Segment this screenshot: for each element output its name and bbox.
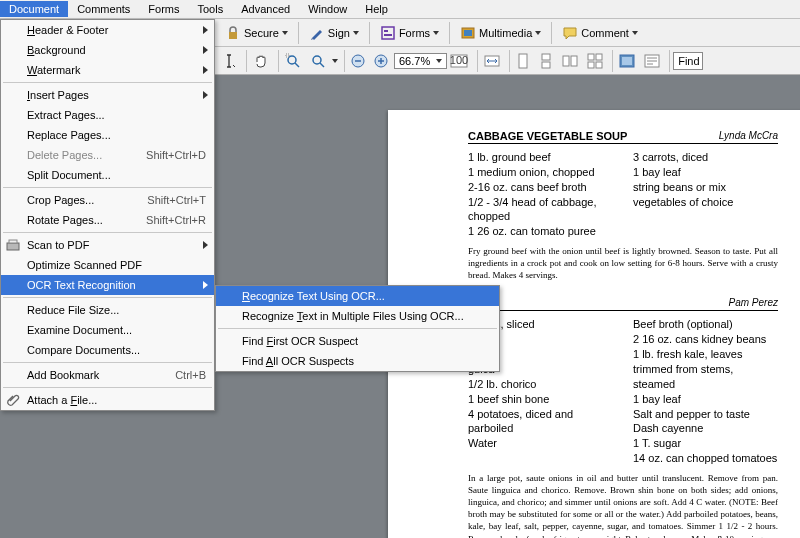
svg-rect-21 (588, 62, 594, 68)
menu-header-footer[interactable]: Header & Footer (1, 20, 214, 40)
zoom-marquee-icon (285, 53, 301, 69)
forms-button[interactable]: Forms (374, 23, 445, 43)
menu-compare-documents[interactable]: Compare Documents... (1, 340, 214, 360)
svg-point-8 (313, 56, 321, 64)
zoom-100-button[interactable]: 100 (448, 52, 473, 70)
scanner-icon (5, 237, 21, 253)
recipe1-ingredients: 1 lb. ground beef 1 medium onion, choppe… (468, 150, 778, 239)
recipe1-body: Fry ground beef with the onion until bee… (468, 245, 778, 281)
menu-extract-pages[interactable]: Extract Pages... (1, 105, 214, 125)
menu-watermark[interactable]: Watermark (1, 60, 214, 80)
menu-crop-pages[interactable]: Crop Pages...Shift+Ctrl+T (1, 190, 214, 210)
zoom-dynamic-tool[interactable] (308, 51, 340, 71)
svg-point-6 (288, 56, 296, 64)
paperclip-icon (5, 392, 21, 408)
zoom-marquee-tool[interactable] (283, 51, 306, 71)
menu-optimize-scanned[interactable]: Optimize Scanned PDF (1, 255, 214, 275)
menu-split-document[interactable]: Split Document... (1, 165, 214, 185)
hand-tool[interactable] (251, 51, 274, 71)
menu-advanced[interactable]: Advanced (232, 1, 299, 17)
recipe2-title: SOUP Pam Perez (468, 297, 778, 311)
menu-tools[interactable]: Tools (189, 1, 233, 17)
svg-rect-3 (384, 34, 392, 36)
forms-icon (380, 25, 396, 41)
zoom-level-input[interactable]: 66.7% (394, 53, 447, 69)
secure-label: Secure (244, 27, 279, 39)
fullscreen-icon (619, 54, 635, 68)
svg-rect-1 (382, 27, 394, 39)
single-page-button[interactable] (514, 51, 535, 71)
svg-rect-18 (571, 56, 577, 66)
secure-button[interactable]: Secure (219, 23, 294, 43)
continuous-icon (539, 53, 553, 69)
svg-rect-0 (229, 32, 237, 39)
menu-ocr-text-recognition[interactable]: OCR Text Recognition (1, 275, 214, 295)
single-page-icon (516, 53, 530, 69)
continuous-page-button[interactable] (537, 51, 558, 71)
sign-button[interactable]: Sign (303, 23, 365, 43)
svg-rect-15 (542, 54, 550, 60)
svg-rect-17 (563, 56, 569, 66)
recipe2-body: In a large pot, saute onions in oil and … (468, 472, 778, 538)
text-cursor-icon (221, 53, 237, 69)
menu-delete-pages: Delete Pages...Shift+Ctrl+D (1, 145, 214, 165)
menu-forms[interactable]: Forms (139, 1, 188, 17)
document-menu-dropdown: Header & Footer Background Watermark Ins… (0, 19, 215, 411)
menu-attach-file[interactable]: Attach a File... (1, 390, 214, 410)
menu-find-all-suspects[interactable]: Find All OCR Suspects (216, 351, 499, 371)
svg-rect-26 (7, 243, 19, 250)
svg-rect-16 (542, 62, 550, 68)
two-up-cont-button[interactable] (585, 51, 608, 71)
zoom-in-button[interactable] (372, 52, 393, 70)
menu-background[interactable]: Background (1, 40, 214, 60)
menu-window[interactable]: Window (299, 1, 356, 17)
text-cursor-tool[interactable] (219, 51, 242, 71)
menu-replace-pages[interactable]: Replace Pages... (1, 125, 214, 145)
menu-recognize-text-ocr[interactable]: Recognize Text Using OCR... (216, 286, 499, 306)
multimedia-label: Multimedia (479, 27, 532, 39)
menu-scan-to-pdf[interactable]: Scan to PDF (1, 235, 214, 255)
menubar: Document Comments Forms Tools Advanced W… (0, 0, 800, 19)
menu-insert-pages[interactable]: Insert Pages (1, 85, 214, 105)
reading-mode-button[interactable] (642, 52, 665, 70)
svg-rect-2 (384, 30, 388, 32)
reading-icon (644, 54, 660, 68)
fit-width-icon (484, 54, 500, 68)
svg-text:100: 100 (450, 54, 468, 66)
multimedia-icon (460, 25, 476, 41)
multimedia-button[interactable]: Multimedia (454, 23, 547, 43)
menu-recognize-multiple[interactable]: Recognize Text in Multiple Files Using O… (216, 306, 499, 326)
two-up-icon (562, 54, 578, 68)
comment-button[interactable]: Comment (556, 23, 644, 43)
zoom-100-icon: 100 (450, 54, 468, 68)
menu-rotate-pages[interactable]: Rotate Pages...Shift+Ctrl+R (1, 210, 214, 230)
svg-rect-20 (596, 54, 602, 60)
svg-rect-14 (519, 54, 527, 68)
menu-examine-document[interactable]: Examine Document... (1, 320, 214, 340)
fit-width-button[interactable] (482, 52, 505, 70)
svg-rect-24 (622, 57, 632, 65)
svg-rect-22 (596, 62, 602, 68)
pen-icon (309, 25, 325, 41)
recipe1-title: CABBAGE VEGETABLE SOUP Lynda McCra (468, 130, 778, 144)
lock-icon (225, 25, 241, 41)
menu-add-bookmark[interactable]: Add BookmarkCtrl+B (1, 365, 214, 385)
menu-document[interactable]: Document (0, 1, 68, 17)
svg-rect-27 (9, 240, 17, 243)
menu-comments[interactable]: Comments (68, 1, 139, 17)
ocr-submenu: Recognize Text Using OCR... Recognize Te… (215, 285, 500, 372)
comment-icon (562, 25, 578, 41)
svg-rect-7 (286, 54, 289, 57)
recipe2-ingredients: onions, sliced oil tter guica 1/2 lb. ch… (468, 317, 778, 465)
fullscreen-button[interactable] (617, 52, 640, 70)
forms-label: Forms (399, 27, 430, 39)
two-up-cont-icon (587, 53, 603, 69)
zoom-out-button[interactable] (349, 52, 370, 70)
menu-reduce-file-size[interactable]: Reduce File Size... (1, 300, 214, 320)
menu-find-first-suspect[interactable]: Find First OCR Suspect (216, 331, 499, 351)
comment-label: Comment (581, 27, 629, 39)
hand-icon (253, 53, 269, 69)
menu-help[interactable]: Help (356, 1, 397, 17)
two-up-button[interactable] (560, 52, 583, 70)
find-input[interactable]: Find (673, 52, 703, 70)
